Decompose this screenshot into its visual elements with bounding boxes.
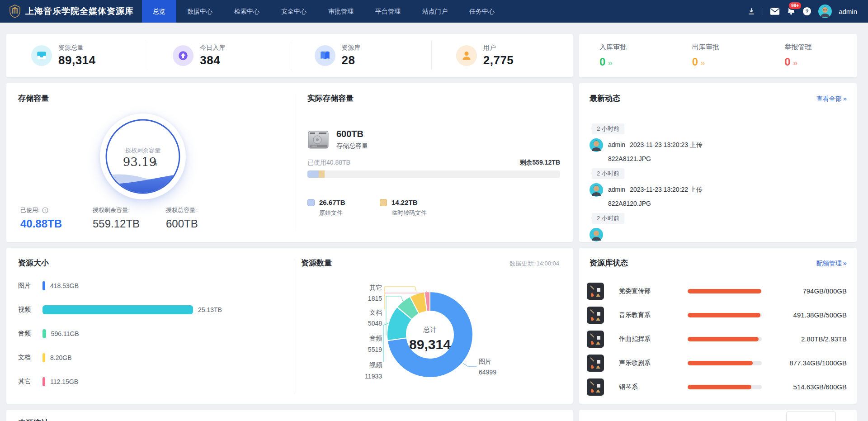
view-all-link[interactable]: 查看全部» xyxy=(816,95,847,103)
disk-total-label: 存储总容量 xyxy=(336,142,368,150)
library-icon xyxy=(315,45,335,66)
quota-progress-fill xyxy=(688,361,753,365)
donut-center-value: 89,314 xyxy=(409,337,451,352)
user-avatar[interactable] xyxy=(818,5,832,18)
stat-total-resources: 资源总量 89,314 xyxy=(6,34,148,77)
quota-value: 877.34GB/1000GB xyxy=(762,359,847,367)
donut-label-name: 视频 xyxy=(369,361,382,369)
library-row[interactable]: 音乐教育系 491.38GB/500GB xyxy=(587,303,847,327)
app-title: 上海音乐学院全媒体资源库 xyxy=(25,0,134,23)
quota-value: 794GB/800GB xyxy=(762,287,847,295)
avatar xyxy=(590,183,603,197)
stat-value: 89,314 xyxy=(58,53,96,67)
tab-task-center[interactable]: 任务中心 xyxy=(458,0,505,23)
gauge-unit: % xyxy=(152,161,157,167)
notifications-button[interactable]: 99+ xyxy=(787,5,796,17)
library-thumbnail-icon xyxy=(587,331,604,348)
approval-ingest[interactable]: 入库审批 0» xyxy=(579,34,672,77)
library-name: 声乐歌剧系 xyxy=(619,359,688,367)
tab-approval-mgmt[interactable]: 审批管理 xyxy=(317,0,364,23)
section-title: 资源大小 xyxy=(18,258,296,268)
help-circle-icon[interactable]: ? xyxy=(42,207,48,213)
approval-report[interactable]: 举报管理 0» xyxy=(764,34,857,77)
filter-select[interactable] xyxy=(786,412,836,421)
metric-licensed-remaining: 授权剩余容量: 559.12TB xyxy=(93,206,140,230)
avatar xyxy=(590,228,603,241)
library-thumbnail-icon xyxy=(587,355,604,372)
library-name: 作曲指挥系 xyxy=(619,335,688,343)
top-navbar: 上海音乐学院全媒体资源库 总览 数据中心 检索中心 安全中心 审批管理 平台管理… xyxy=(0,0,868,23)
donut-label-value: 5519 xyxy=(368,346,382,353)
remaining-label: 剩余559.12TB xyxy=(520,159,560,167)
approvals-card: 入库审批 0» 出库审批 0» 举报管理 0» xyxy=(579,34,857,77)
donut-label-value: 64999 xyxy=(479,369,496,376)
tab-site-portal[interactable]: 站点门户 xyxy=(411,0,458,23)
svg-text:?: ? xyxy=(806,8,809,14)
library-row[interactable]: 作曲指挥系 2.80TB/2.93TB xyxy=(587,327,847,351)
activity-file[interactable]: 822A8121.JPG xyxy=(608,155,847,162)
resource-count-donut-chart: 图片64999视频11933音频5519文档5048其它1815总计89,314 xyxy=(289,248,573,404)
section-title: 来源统计 xyxy=(18,418,573,421)
library-thumbnail-icon xyxy=(587,283,604,300)
bar-row: 其它 112.15GB xyxy=(18,369,296,393)
donut-label-name: 音频 xyxy=(369,335,382,342)
donut-label-name: 其它 xyxy=(369,284,382,291)
quota-progress-track xyxy=(688,313,762,317)
approval-label: 举报管理 xyxy=(784,43,857,52)
nav-divider xyxy=(763,8,763,15)
library-row[interactable]: 党委宣传部 794GB/800GB xyxy=(587,279,847,303)
tab-overview[interactable]: 总览 xyxy=(142,0,176,23)
legend-original-files: 26.67TB 原始文件 xyxy=(307,199,380,217)
approval-export[interactable]: 出库审批 0» xyxy=(672,34,764,77)
legend-swatch xyxy=(380,199,387,206)
double-arrow-icon: » xyxy=(608,58,613,67)
actual-storage-section: 实际存储容量 600TB 存储 xyxy=(296,83,573,242)
activity-item[interactable]: 2 小时前 admin2023-11-23 13:20:22 上传 822A81… xyxy=(590,168,847,207)
approval-value: 0» xyxy=(784,56,857,68)
gauge-value: 93.19 xyxy=(123,155,156,169)
metric-licensed-total: 授权总容量: 600TB xyxy=(166,206,198,230)
help-icon[interactable]: ? xyxy=(802,7,811,16)
activity-item[interactable]: 2 小时前 admin2023-11-23 13:20:23 上传 822A81… xyxy=(590,123,847,162)
donut-label-name: 文档 xyxy=(369,309,382,316)
leader-line xyxy=(462,363,476,366)
resource-size-section: 资源大小 图片 418.53GB 视频 25.13TB 音频 xyxy=(6,248,296,404)
activity-action: 2023-11-23 13:20:22 上传 xyxy=(630,186,703,193)
bottom-right-card xyxy=(579,410,857,421)
download-icon[interactable] xyxy=(747,7,756,16)
quota-progress-fill xyxy=(688,313,760,317)
section-title: 实际存储容量 xyxy=(307,93,560,104)
tab-platform-mgmt[interactable]: 平台管理 xyxy=(364,0,411,23)
quota-management-link[interactable]: 配额管理» xyxy=(816,259,847,268)
svg-text:?: ? xyxy=(44,208,46,213)
activity-file[interactable]: 822A8120.JPG xyxy=(608,200,847,207)
disk-total-value: 600TB xyxy=(336,129,368,139)
library-name: 钢琴系 xyxy=(619,383,688,391)
main-menu: 总览 数据中心 检索中心 安全中心 审批管理 平台管理 站点门户 任务中心 xyxy=(142,0,505,23)
library-row[interactable]: 声乐歌剧系 877.34GB/1000GB xyxy=(587,351,847,375)
resource-total-icon xyxy=(31,45,52,66)
metric-used: 已使用: ? 40.88TB xyxy=(20,206,62,230)
source-statistics-card: 来源统计 xyxy=(6,410,573,421)
storage-capacity-section: 存储容量 授权剩余容量 xyxy=(6,83,296,242)
quota-progress-track xyxy=(688,337,762,341)
stat-today-ingest: 今日入库 384 xyxy=(148,34,289,77)
time-tag: 2 小时前 xyxy=(592,123,624,134)
stat-libraries: 资源库 28 xyxy=(290,34,431,77)
gauge-label: 授权剩余容量 xyxy=(125,147,160,154)
liquid-gauge: 授权剩余容量 93.19 % xyxy=(100,114,186,199)
tab-data-center[interactable]: 数据中心 xyxy=(176,0,223,23)
bar-row: 视频 25.13TB xyxy=(18,298,296,322)
quota-value: 2.80TB/2.93TB xyxy=(762,335,847,343)
mail-icon[interactable] xyxy=(770,7,780,15)
library-thumbnail-icon xyxy=(587,307,604,324)
tab-security-center[interactable]: 安全中心 xyxy=(270,0,317,23)
hard-disk-icon xyxy=(307,130,329,150)
username-label[interactable]: admin xyxy=(839,8,857,15)
bar-others xyxy=(42,377,45,386)
activity-item[interactable]: 2 小时前 xyxy=(590,213,847,241)
tab-search-center[interactable]: 检索中心 xyxy=(223,0,270,23)
library-name: 党委宣传部 xyxy=(619,287,688,295)
library-status-card: 资源库状态 配额管理» 党委宣传部 794GB/800GB 音乐教育系 491.… xyxy=(579,248,857,404)
library-row[interactable]: 钢琴系 514.63GB/600GB xyxy=(587,375,847,399)
